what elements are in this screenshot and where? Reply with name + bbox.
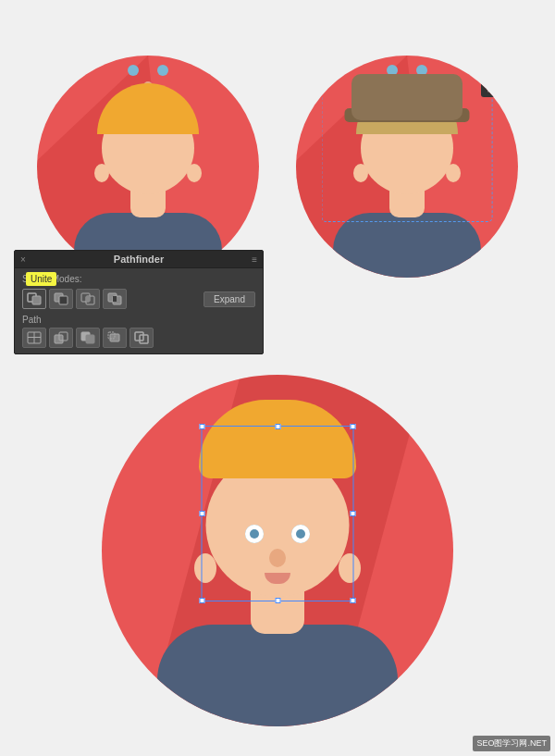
bottom-section bbox=[0, 333, 555, 750]
divide-button[interactable] bbox=[22, 328, 46, 348]
svg-rect-17 bbox=[86, 335, 94, 343]
nose-large bbox=[269, 549, 286, 567]
panel-close-button[interactable]: × bbox=[20, 254, 26, 265]
intersect-button[interactable] bbox=[76, 289, 100, 309]
panel-menu-icon[interactable]: ≡ bbox=[252, 254, 257, 265]
sel-handle-tl bbox=[200, 424, 205, 429]
avatar-2 bbox=[296, 56, 518, 278]
ear-large-right bbox=[339, 553, 361, 583]
avatar-large bbox=[102, 375, 453, 726]
eye-large-left bbox=[245, 525, 264, 543]
crop-button[interactable] bbox=[103, 328, 127, 348]
pathfinder-panel: × Pathfinder ≡ Shape Modes: Unite bbox=[14, 250, 264, 354]
minus-front-button[interactable] bbox=[49, 289, 73, 309]
pathfinders-row bbox=[22, 328, 255, 348]
expand-button[interactable]: Expand bbox=[204, 291, 255, 307]
panel-title: Pathfinder bbox=[114, 254, 164, 265]
pathfinders-label: Path bbox=[22, 315, 255, 325]
trim-button[interactable] bbox=[49, 328, 73, 348]
cursor-icon bbox=[481, 79, 500, 97]
unite-tooltip: Unite bbox=[26, 272, 56, 286]
watermark: SEO图学习网.NET bbox=[473, 736, 550, 751]
panel-titlebar: × Pathfinder ≡ bbox=[15, 251, 263, 268]
svg-rect-4 bbox=[59, 296, 68, 304]
shirt-large bbox=[157, 625, 398, 726]
eye-right-1 bbox=[157, 65, 168, 76]
shirt-2 bbox=[333, 213, 481, 278]
shape-modes-label: Shape Modes: bbox=[22, 274, 255, 284]
eye-white-right bbox=[291, 525, 310, 543]
unite-button[interactable] bbox=[22, 289, 46, 309]
hat-2 bbox=[352, 74, 462, 120]
svg-point-0 bbox=[490, 88, 496, 93]
eye-large-right bbox=[291, 525, 310, 543]
pupil-right bbox=[296, 529, 305, 539]
unite-btn-wrapper: Unite bbox=[22, 289, 46, 309]
svg-rect-7 bbox=[86, 296, 90, 302]
outline-button[interactable] bbox=[130, 328, 154, 348]
panel-body: Shape Modes: Unite bbox=[15, 268, 263, 353]
merge-button[interactable] bbox=[76, 328, 100, 348]
main-container: × Pathfinder ≡ Shape Modes: Unite bbox=[0, 0, 555, 756]
svg-rect-18 bbox=[110, 334, 119, 341]
eye-left-1 bbox=[128, 65, 139, 76]
svg-rect-10 bbox=[113, 296, 117, 302]
eye-white-left bbox=[245, 525, 264, 543]
shape-modes-row: Unite bbox=[22, 289, 255, 309]
exclude-button[interactable] bbox=[103, 289, 127, 309]
avatar-1 bbox=[37, 56, 259, 278]
svg-rect-2 bbox=[32, 296, 41, 304]
pupil-left bbox=[250, 529, 259, 539]
